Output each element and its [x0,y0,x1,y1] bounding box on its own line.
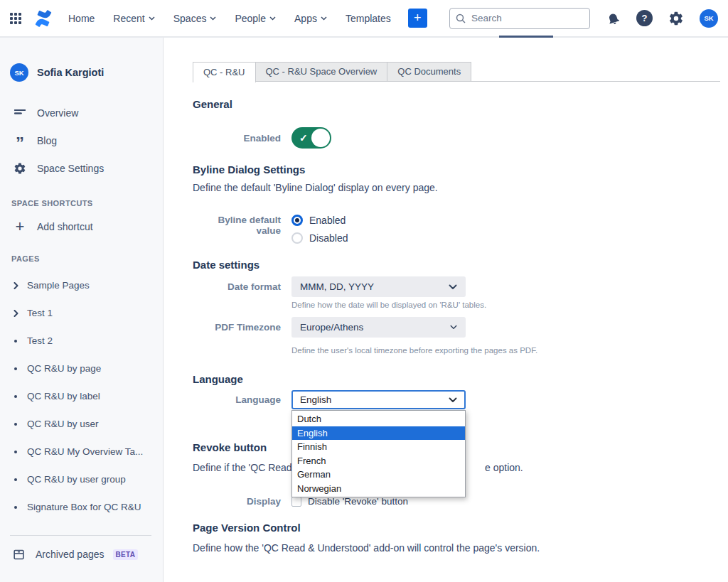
revoke-description-right: e option. [485,462,523,473]
bullet-icon [11,395,20,398]
byline-default-label: Byline default value [193,215,281,236]
nav-home-label: Home [68,13,95,24]
archived-pages-item[interactable]: Archived pages BETA [0,544,163,564]
chevron-right-icon[interactable] [11,282,20,289]
display-row: Display Disable 'Revoke' button [193,496,720,507]
dropdown-option-french[interactable]: French [292,454,465,468]
language-dropdown: Dutch English Finnish French German Norw… [291,410,466,497]
page-item[interactable]: Sample Pages [0,271,163,299]
date-format-helper: Define how the date will be displayed on… [291,301,720,309]
space-shortcuts-header: SPACE SHORTCUTS [11,199,163,208]
page-item[interactable]: QC R&U by user [0,410,163,438]
page-item[interactable]: QC R&U by page [0,355,163,382]
bullet-icon [11,451,20,453]
nav-apps[interactable]: Apps [294,13,327,24]
page-item-label: Signature Box for QC R&U [27,502,141,512]
language-row: Language English Dutch English Finnish F… [193,390,720,409]
create-button[interactable]: + [408,9,427,28]
notifications-bell-icon[interactable] [606,11,621,26]
check-icon: ✓ [299,132,308,144]
nav-home[interactable]: Home [68,13,95,24]
dropdown-option-dutch[interactable]: Dutch [292,412,465,426]
byline-default-row: Byline default value Enabled Disabled [193,215,720,244]
date-format-label: Date format [193,281,281,292]
nav-people[interactable]: People [235,13,276,24]
sidebar-item-blog[interactable]: ” Blog [0,126,163,154]
page-item-label: QC R&U by user [27,419,99,429]
archived-pages-label: Archived pages [36,549,105,560]
tab-qc-ru[interactable]: QC - R&U [193,62,256,82]
page-version-description: Define how the 'QC Read & Understood' ad… [193,542,720,554]
dropdown-option-german[interactable]: German [292,468,465,482]
bullet-icon [11,340,20,343]
radio-option-label: Enabled [309,215,346,226]
radio-option-label: Disabled [309,232,348,244]
settings-tabbar: QC - R&U QC - R&U Space Overview QC Docu… [193,62,720,82]
page-item[interactable]: QC R&U by label [0,382,163,410]
app-switcher-icon[interactable] [10,13,21,24]
language-heading: Language [193,373,720,385]
nav-templates-label: Templates [346,13,391,24]
nav-spaces[interactable]: Spaces [173,13,217,24]
plus-icon: + [11,219,28,235]
dropdown-option-norwegian[interactable]: Norwegian [292,482,465,496]
page-item[interactable]: QC R&U My Overview Ta... [0,438,163,465]
settings-gear-icon[interactable] [668,11,684,26]
page-item[interactable]: Test 2 [0,327,163,355]
chevron-down-icon [450,325,457,330]
sidebar-item-space-settings[interactable]: Space Settings [0,154,163,182]
bullet-icon [11,506,20,509]
sidebar-nav: Overview ” Blog Space Settings [0,99,163,182]
pdf-timezone-helper: Define the user's local timezone before … [291,346,720,355]
top-nav: Home Recent Spaces People Apps Templates… [0,0,728,38]
pages-list: Sample Pages Test 1 Test 2 QC R&U by pag… [0,271,163,521]
space-header[interactable]: SK Sofia Kargioti [0,38,163,82]
nav-apps-label: Apps [294,13,317,24]
search [449,8,590,29]
dropdown-option-finnish[interactable]: Finnish [292,440,465,454]
bullet-icon [11,367,20,370]
date-format-value: MMM, DD, YYYY [300,281,374,292]
page-item-label: QC R&U My Overview Ta... [27,446,143,457]
gear-icon [11,162,28,175]
dropdown-option-english[interactable]: English [292,426,465,441]
pdf-timezone-select[interactable]: Europe/Athens [291,317,466,338]
chevron-down-icon [321,16,327,21]
settings-content: QC - R&U QC - R&U Space Overview QC Docu… [164,38,728,582]
toggle-knob [311,129,330,147]
chevron-right-icon[interactable] [11,310,20,317]
chevron-down-icon [449,397,457,403]
radio-unselected-icon[interactable] [291,232,303,244]
page-version-heading: Page Version Control [193,522,720,534]
tab-qc-ru-space-overview[interactable]: QC - R&U Space Overview [255,62,388,81]
page-item-label: Test 2 [27,335,53,346]
page-item[interactable]: QC R&U by user group [0,465,163,493]
nav-recent[interactable]: Recent [113,13,154,24]
disable-revoke-checkbox[interactable] [291,497,301,507]
add-shortcut-label: Add shortcut [37,221,93,232]
enabled-toggle[interactable]: ✓ [291,127,331,149]
page-item[interactable]: Signature Box for QC R&U [0,493,163,521]
nav-templates[interactable]: Templates [346,13,391,24]
help-icon[interactable]: ? [636,10,653,26]
chevron-down-icon [149,16,155,21]
add-shortcut-button[interactable]: + Add shortcut [0,217,163,236]
pages-header: PAGES [11,254,163,263]
sidebar-item-overview[interactable]: Overview [0,99,163,126]
confluence-logo[interactable] [34,9,53,28]
user-avatar[interactable]: SK [700,9,718,28]
page-item[interactable]: Test 1 [0,299,163,327]
radio-option-enabled[interactable]: Enabled [291,215,348,226]
general-heading: General [193,98,720,110]
radio-option-disabled[interactable]: Disabled [291,232,348,244]
sidebar: SK Sofia Kargioti Overview ” Blog Space … [0,38,164,582]
nav-spaces-label: Spaces [173,13,207,24]
search-input[interactable] [449,8,590,29]
beta-badge: BETA [113,549,139,560]
language-select[interactable]: English [291,390,466,409]
tab-qc-documents[interactable]: QC Documents [387,62,471,81]
page-item-label: QC R&U by label [27,391,100,402]
date-format-select[interactable]: MMM, DD, YYYY [291,276,466,297]
radio-selected-icon[interactable] [291,215,303,226]
page-item-label: QC R&U by user group [27,474,126,485]
